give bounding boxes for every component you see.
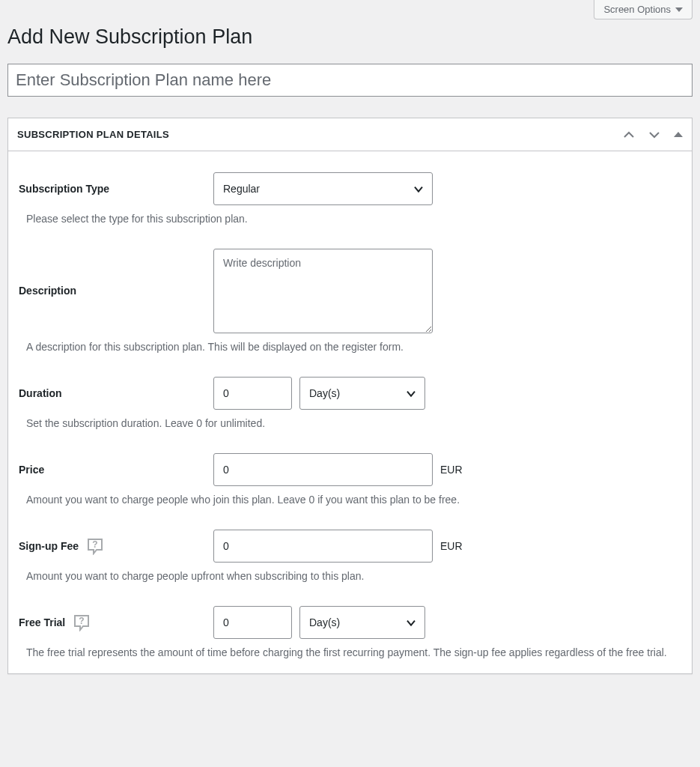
- row-free-trial: Free Trial ? Day(s): [19, 606, 681, 639]
- price-currency: EUR: [440, 464, 463, 476]
- price-input[interactable]: [213, 453, 433, 486]
- row-signup-fee: Sign-up Fee ? EUR: [19, 530, 681, 563]
- free-trial-input[interactable]: [213, 606, 292, 639]
- caret-down-icon: [675, 6, 683, 13]
- help-signup-fee: Amount you want to charge people upfront…: [19, 569, 681, 582]
- details-panel: SUBSCRIPTION PLAN DETAILS Subscription T…: [7, 118, 693, 674]
- label-free-trial: Free Trial: [19, 616, 65, 628]
- row-price: Price EUR: [19, 453, 681, 486]
- label-description: Description: [19, 249, 213, 297]
- label-price: Price: [19, 464, 213, 476]
- label-subscription-type: Subscription Type: [19, 183, 213, 195]
- help-icon[interactable]: ?: [73, 613, 91, 631]
- svg-text:?: ?: [79, 616, 85, 626]
- help-duration: Set the subscription duration. Leave 0 f…: [19, 416, 681, 429]
- page-title: Add New Subscription Plan: [7, 19, 693, 64]
- label-signup-fee: Sign-up Fee: [19, 540, 79, 552]
- label-duration: Duration: [19, 387, 213, 399]
- duration-input[interactable]: [213, 377, 292, 410]
- chevron-up-icon[interactable]: [623, 129, 635, 141]
- signup-fee-currency: EUR: [440, 540, 463, 552]
- subscription-type-select[interactable]: Regular: [213, 172, 433, 205]
- help-free-trial: The free trial represents the amount of …: [19, 645, 681, 658]
- free-trial-unit-select[interactable]: Day(s): [299, 606, 425, 639]
- plan-name-input[interactable]: [7, 64, 693, 97]
- panel-title: SUBSCRIPTION PLAN DETAILS: [17, 129, 623, 140]
- row-subscription-type: Subscription Type Regular: [19, 172, 681, 205]
- screen-options-label: Screen Options: [603, 4, 671, 15]
- chevron-down-icon[interactable]: [648, 129, 660, 141]
- svg-text:?: ?: [92, 539, 97, 550]
- signup-fee-input[interactable]: [213, 530, 433, 563]
- panel-header: SUBSCRIPTION PLAN DETAILS: [8, 118, 692, 151]
- screen-options-button[interactable]: Screen Options: [594, 0, 693, 19]
- help-icon[interactable]: ?: [86, 537, 104, 555]
- row-description: Description: [19, 249, 681, 333]
- caret-up-icon[interactable]: [674, 130, 683, 139]
- help-subscription-type: Please select the type for this subscrip…: [19, 211, 681, 225]
- help-price: Amount you want to charge people who joi…: [19, 492, 681, 506]
- help-description: A description for this subscription plan…: [19, 339, 681, 353]
- row-duration: Duration Day(s): [19, 377, 681, 410]
- description-textarea[interactable]: [213, 249, 433, 333]
- duration-unit-select[interactable]: Day(s): [299, 377, 425, 410]
